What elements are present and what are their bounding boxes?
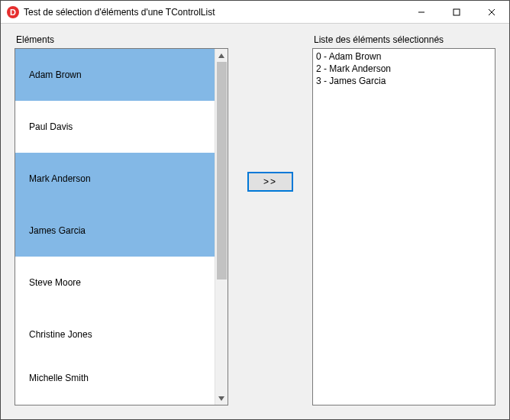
minimize-button[interactable] — [404, 1, 439, 23]
close-button[interactable] — [474, 1, 509, 23]
list-item-label: Mark Anderson — [29, 173, 91, 184]
client-area: Eléments Adam BrownPaul DavisMark Anders… — [1, 24, 509, 419]
scroll-down-icon[interactable] — [215, 392, 228, 405]
list-item[interactable]: Adam Brown — [15, 49, 215, 101]
window-title: Test de sélection d'éléments d'une TCont… — [24, 7, 404, 18]
app-window: D Test de sélection d'éléments d'une TCo… — [0, 0, 510, 420]
left-label: Eléments — [15, 34, 228, 45]
selected-listbox[interactable]: 0 - Adam Brown2 - Mark Anderson3 - James… — [312, 48, 495, 405]
selected-line[interactable]: 2 - Mark Anderson — [316, 63, 492, 75]
list-item[interactable]: Christine Jones — [15, 309, 215, 360]
svg-marker-4 — [218, 53, 224, 58]
middle-column: >> — [228, 34, 312, 405]
list-item[interactable]: Mark Anderson — [15, 153, 215, 205]
list-item-label: Christine Jones — [29, 329, 92, 340]
list-item[interactable]: James Garcia — [15, 205, 215, 257]
scroll-thumb[interactable] — [217, 62, 227, 279]
maximize-button[interactable] — [439, 1, 474, 23]
svg-marker-5 — [218, 396, 224, 401]
scrollbar[interactable] — [215, 49, 228, 405]
svg-rect-1 — [454, 9, 460, 15]
list-item-label: Paul Davis — [29, 121, 73, 132]
titlebar: D Test de sélection d'éléments d'une TCo… — [1, 1, 509, 24]
transfer-button[interactable]: >> — [247, 172, 293, 192]
right-column: Liste des éléments sélectionnés 0 - Adam… — [312, 34, 495, 405]
control-list-items: Adam BrownPaul DavisMark AndersonJames G… — [15, 49, 215, 405]
list-item-label: Michelle Smith — [29, 373, 89, 383]
list-item-label: Steve Moore — [29, 277, 81, 288]
app-icon-letter: D — [10, 8, 16, 17]
list-item[interactable]: Steve Moore — [15, 257, 215, 309]
selected-line[interactable]: 3 - James Garcia — [316, 75, 492, 87]
scroll-up-icon[interactable] — [215, 49, 228, 62]
list-item[interactable]: Michelle Smith — [15, 360, 215, 386]
app-icon: D — [7, 6, 19, 18]
transfer-button-label: >> — [263, 176, 277, 187]
list-item[interactable]: Paul Davis — [15, 101, 215, 153]
list-item-label: Adam Brown — [29, 69, 82, 80]
left-column: Eléments Adam BrownPaul DavisMark Anders… — [15, 34, 228, 405]
right-label: Liste des éléments sélectionnés — [312, 34, 495, 45]
list-item-label: James Garcia — [29, 225, 86, 236]
window-buttons — [404, 1, 509, 23]
selected-line[interactable]: 0 - Adam Brown — [316, 50, 492, 63]
control-list[interactable]: Adam BrownPaul DavisMark AndersonJames G… — [15, 48, 228, 405]
